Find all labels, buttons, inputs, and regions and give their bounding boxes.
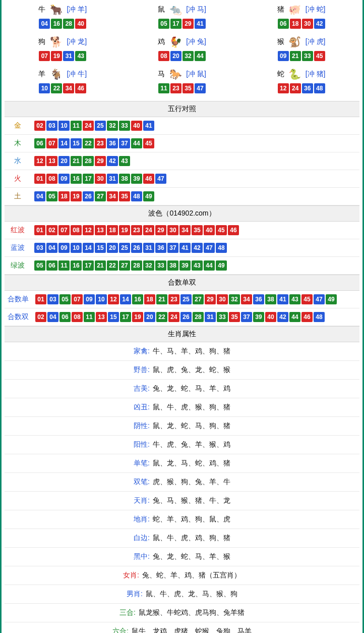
number-ball: 33: [119, 121, 130, 131]
zodiac-clash: [冲 猪]: [306, 70, 326, 79]
number-ball: 10: [58, 121, 70, 131]
zodiac-clash: [冲 牛]: [67, 70, 87, 79]
number-ball: 21: [156, 294, 167, 304]
number-ball: 16: [71, 174, 82, 184]
number-ball: 27: [119, 260, 130, 271]
attr-label: 男肖:: [127, 590, 143, 598]
number-ball: 48: [314, 312, 325, 322]
number-ball: 32: [229, 294, 240, 304]
number-ball: 39: [131, 174, 142, 184]
pig-icon: 🐖: [286, 3, 304, 16]
zodiac-numbers: 08203244: [124, 50, 240, 62]
number-ball: 37: [241, 312, 252, 322]
number-ball: 26: [131, 243, 142, 253]
zodiac-top: 鼠🐀[冲 马]: [158, 3, 206, 16]
number-ball: 24: [143, 225, 154, 235]
zodiac-numbers: 04162840: [5, 18, 121, 29]
number-ball: 06: [34, 138, 45, 148]
number-ball: 36: [107, 138, 118, 148]
wuxing-header: 五行对照: [5, 101, 359, 117]
attr-row: 吉美: 兔、龙、蛇、马、羊、鸡: [5, 380, 359, 398]
number-ball: 22: [83, 138, 94, 148]
attr-row: 家禽: 牛、马、羊、鸡、狗、猪: [5, 342, 359, 361]
table-row: 合数单0103050709101214161821232527293032343…: [5, 291, 359, 308]
number-ball: 39: [179, 260, 191, 271]
number-ball: 35: [192, 225, 203, 235]
number-ball: 38: [167, 260, 178, 271]
row-label: 合数双: [5, 308, 32, 326]
attr-label: 野兽:: [134, 365, 150, 374]
attr-row: 阳性: 牛、虎、兔、羊、猴、鸡: [5, 436, 359, 454]
number-ball: 21: [95, 260, 106, 271]
zodiac-top: 猴🐒[冲 虎]: [277, 35, 326, 48]
number-ball: 24: [83, 121, 94, 131]
wuxing-table: 金02031011242532334041木060714152223363744…: [5, 117, 359, 205]
number-ball: 48: [314, 83, 325, 93]
zodiac-numbers: 09213345: [243, 50, 359, 62]
attr-value: 虎、猴、狗、兔、羊、牛: [151, 478, 230, 486]
number-ball: 14: [83, 243, 94, 253]
table-row: 蓝波03040910141520252631363741424748: [5, 239, 359, 257]
number-ball: 08: [71, 225, 82, 235]
number-ball: 47: [155, 174, 166, 184]
number-ball: 15: [95, 243, 106, 253]
attr-label: 白边:: [134, 534, 150, 542]
number-ball: 18: [107, 225, 118, 235]
number-ball: 17: [83, 174, 94, 184]
row-numbers: 1213202128294243: [31, 152, 359, 170]
attrs-list: 家禽: 牛、马、羊、鸡、狗、猪野兽: 鼠、虎、兔、龙、蛇、猴吉美: 兔、龙、蛇、…: [5, 342, 359, 633]
zodiac-top: 猪🐖[冲 蛇]: [277, 3, 326, 16]
row-label: 水: [5, 152, 31, 170]
table-row: 火0108091617303138394647: [5, 170, 359, 188]
number-ball: 38: [265, 294, 276, 304]
number-ball: 06: [46, 260, 57, 271]
number-ball: 26: [180, 312, 192, 322]
number-ball: 07: [72, 294, 83, 304]
zodiac-grid: 牛🐂[冲 羊]04162840鼠🐀[冲 马]05172941猪🐖[冲 蛇]061…: [5, 2, 359, 96]
number-ball: 04: [47, 312, 58, 322]
number-ball: 45: [301, 294, 313, 304]
attr-label: 天肖:: [134, 496, 150, 504]
row-label: 绿波: [5, 257, 31, 275]
number-ball: 12: [34, 156, 45, 166]
table-row: 木06071415222336374445: [5, 135, 359, 152]
number-ball: 40: [265, 312, 276, 322]
number-ball: 15: [108, 312, 119, 322]
number-ball: 46: [75, 83, 86, 93]
attr-row: 天肖: 兔、马、猴、猪、牛、龙: [5, 492, 359, 510]
number-ball: 44: [289, 312, 300, 322]
number-ball: 27: [95, 191, 106, 201]
zodiac-name: 猴: [277, 37, 284, 46]
number-ball: 17: [120, 312, 131, 322]
number-ball: 30: [302, 19, 313, 29]
zodiac-top: 马🐎[冲 鼠]: [158, 68, 206, 81]
attr-row: 女肖: 兔、蛇、羊、鸡、猪（五宫肖）: [5, 566, 359, 585]
number-ball: 43: [75, 51, 86, 61]
zodiac-top: 牛🐂[冲 羊]: [38, 3, 87, 16]
zodiac-numbers: 12243648: [243, 83, 359, 94]
number-ball: 46: [301, 312, 313, 322]
number-ball: 12: [278, 83, 289, 93]
number-ball: 40: [204, 225, 215, 235]
number-ball: 04: [46, 243, 57, 253]
horse-icon: 🐎: [167, 68, 184, 81]
number-ball: 22: [107, 260, 118, 271]
row-numbers: 0103050709101214161821232527293032343638…: [32, 291, 359, 308]
heshu-header: 合数单双: [5, 275, 359, 291]
row-numbers: 0108091617303138394647: [31, 170, 359, 188]
number-ball: 23: [131, 225, 142, 235]
attr-label: 凶丑:: [134, 403, 150, 411]
zodiac-clash: [冲 马]: [186, 5, 206, 14]
number-ball: 29: [205, 294, 216, 304]
attr-row: 单笔: 鼠、龙、马、蛇、鸡、猪: [5, 454, 359, 473]
number-ball: 48: [131, 191, 142, 201]
attr-row: 男肖: 鼠、牛、虎、龙、马、猴、狗: [5, 585, 359, 604]
attr-label: 双笔:: [134, 478, 150, 486]
zodiac-numbers: 10223446: [5, 83, 121, 94]
zodiac-cell: 牛🐂[冲 羊]04162840: [5, 2, 121, 31]
number-ball: 36: [253, 294, 264, 304]
row-numbers: 02031011242532334041: [31, 117, 359, 135]
number-ball: 32: [143, 260, 154, 271]
attr-label: 地肖:: [134, 515, 150, 523]
row-label: 火: [5, 170, 31, 188]
